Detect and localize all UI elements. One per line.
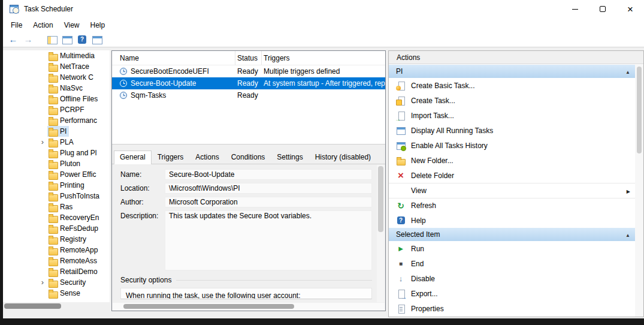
tree-item-remoteassistance[interactable]: RemoteAss <box>3 255 110 266</box>
actions-vertical-scrollbar[interactable] <box>635 65 643 317</box>
tree-item-pcrpf[interactable]: PCRPF <box>3 104 110 115</box>
action-display-all-running-tasks[interactable]: Display All Running Tasks <box>389 123 635 138</box>
tree-item-label: Performanc <box>60 116 97 125</box>
tree-item-refsdedupsvc[interactable]: ReFsDedup <box>3 223 110 234</box>
action-end[interactable]: End <box>389 256 635 271</box>
action-run[interactable]: Run <box>389 241 635 256</box>
menu-help[interactable]: Help <box>85 20 111 31</box>
field-row-description: Description: This task updates the Secur… <box>120 210 372 270</box>
task-row-secure-boot-update[interactable]: Secure-Boot-Update Ready At system start… <box>112 77 385 89</box>
tree-item-network-c[interactable]: Network C <box>3 72 110 83</box>
task-row-securebootencodeuefi[interactable]: SecureBootEncodeUEFI Ready Multiple trig… <box>112 65 385 77</box>
tree-item-content: RecoveryEn <box>47 212 101 223</box>
action-label: Create Task... <box>411 97 630 105</box>
action-label: Refresh <box>411 201 630 210</box>
action-delete-folder[interactable]: Delete Folder <box>389 168 635 183</box>
scrollbar-thumb[interactable] <box>378 166 383 232</box>
back-icon[interactable] <box>8 34 19 45</box>
tree-item-plug-and-play[interactable]: Plug and Pl <box>3 148 110 158</box>
tree-item-multimedia[interactable]: Multimedia <box>3 50 110 61</box>
name-value-field[interactable]: Secure-Boot-Update <box>165 169 372 180</box>
tree-item-sense[interactable]: Sense <box>3 288 110 299</box>
tree-item-retaildemo[interactable]: RetailDemo <box>3 266 110 277</box>
tree-item-printing[interactable]: Printing <box>3 180 110 191</box>
close-button[interactable] <box>616 0 644 18</box>
tab-conditions[interactable]: Conditions <box>225 151 271 164</box>
expand-chevron-icon[interactable] <box>38 278 47 287</box>
action-label: Enable All Tasks History <box>411 142 630 150</box>
menu-view[interactable]: View <box>59 20 85 31</box>
tree-item-ras[interactable]: Ras <box>3 201 110 212</box>
action-create-basic-task[interactable]: Create Basic Task... <box>389 78 635 93</box>
column-header-triggers[interactable]: Triggers <box>262 51 385 65</box>
task-status-cell: Ready <box>235 67 262 76</box>
tree-item-pla[interactable]: PLA <box>3 137 110 148</box>
tree-horizontal-scrollbar[interactable] <box>3 302 110 310</box>
tree-item-pushtoinstall[interactable]: PushToInsta <box>3 191 110 201</box>
tab-settings[interactable]: Settings <box>271 151 309 164</box>
tree-item-label: Printing <box>60 181 84 189</box>
column-header-name[interactable]: Name <box>112 51 235 65</box>
tree-item-label: PLA <box>60 138 74 146</box>
action-export[interactable]: Export... <box>389 286 635 301</box>
action-view[interactable]: View <box>389 183 635 198</box>
action-refresh[interactable]: Refresh <box>389 198 635 213</box>
properties-icon <box>396 304 406 314</box>
column-header-status[interactable]: Status <box>235 51 262 65</box>
action-help[interactable]: Help <box>389 213 635 228</box>
tree-item-pi[interactable]: PI <box>3 126 110 137</box>
tree-item-nlasvc[interactable]: NlaSvc <box>3 83 110 94</box>
location-value-field[interactable]: \Microsoft\Windows\PI <box>165 183 372 194</box>
action-create-task[interactable]: Create Task... <box>389 93 635 108</box>
actions-group-header-pi[interactable]: PI <box>389 65 635 78</box>
tab-general[interactable]: General <box>114 151 152 164</box>
run-icon <box>396 244 406 254</box>
tree-item-label: Pluton <box>60 160 80 168</box>
tree-item-performance[interactable]: Performanc <box>3 115 110 126</box>
tree-item-offline-files[interactable]: Offline Files <box>3 94 110 104</box>
details-vertical-scrollbar[interactable] <box>377 165 385 302</box>
actions-group-header-selected-item[interactable]: Selected Item <box>389 228 635 241</box>
author-value-field[interactable]: Microsoft Corporation <box>165 197 372 207</box>
collapse-icon[interactable] <box>625 230 630 239</box>
forward-icon[interactable] <box>23 34 34 45</box>
action-disable[interactable]: Disable <box>389 271 635 286</box>
tree-item-recoveryenvironment[interactable]: RecoveryEn <box>3 212 110 223</box>
titlebar: Task Scheduler <box>3 0 644 18</box>
tree-item-registry[interactable]: Registry <box>3 234 110 245</box>
action-properties[interactable]: Properties <box>389 301 635 316</box>
menu-action[interactable]: Action <box>28 20 58 31</box>
task-name: Secure-Boot-Update <box>131 79 196 88</box>
list-view-icon[interactable] <box>62 34 72 45</box>
tree-item-pluton[interactable]: Pluton <box>3 158 110 169</box>
show-console-tree-icon[interactable] <box>47 34 58 45</box>
scrollbar-thumb[interactable] <box>637 67 642 154</box>
maximize-button[interactable] <box>589 0 616 18</box>
menu-file[interactable]: File <box>5 20 28 31</box>
security-options-group: Security options <box>120 276 372 284</box>
collapse-icon[interactable] <box>625 67 630 76</box>
description-value-field[interactable]: This task updates the Secure Boot variab… <box>165 210 372 270</box>
tab-actions[interactable]: Actions <box>189 151 225 164</box>
toolbar <box>3 32 644 47</box>
action-import-task[interactable]: Import Task... <box>389 108 635 123</box>
help-icon[interactable] <box>77 34 87 45</box>
tab-history[interactable]: History (disabled) <box>309 151 377 164</box>
scrollbar-thumb[interactable] <box>123 304 294 309</box>
details-horizontal-scrollbar[interactable] <box>113 303 385 310</box>
action-new-folder[interactable]: New Folder... <box>389 153 635 168</box>
window-controls <box>561 0 644 18</box>
action-enable-all-tasks-history[interactable]: Enable All Tasks History <box>389 138 635 153</box>
actions-panel-body: PI Create Basic Task... Create Task... I… <box>389 65 635 317</box>
expand-chevron-icon[interactable] <box>38 137 47 147</box>
tree-item-nettrace[interactable]: NetTrace <box>3 61 110 72</box>
task-row-sqm-tasks[interactable]: Sqm-Tasks Ready <box>112 89 385 101</box>
tree-item-security[interactable]: Security <box>3 277 110 288</box>
tree-item-remoteapp[interactable]: RemoteApp <box>3 245 110 255</box>
scrollbar-thumb[interactable] <box>4 303 61 309</box>
security-options-label: Security options <box>120 276 176 284</box>
show-action-pane-icon[interactable] <box>92 34 102 45</box>
tree-item-power-efficiency[interactable]: Power Effic <box>3 169 110 180</box>
minimize-button[interactable] <box>561 0 589 18</box>
tab-triggers[interactable]: Triggers <box>152 151 190 164</box>
